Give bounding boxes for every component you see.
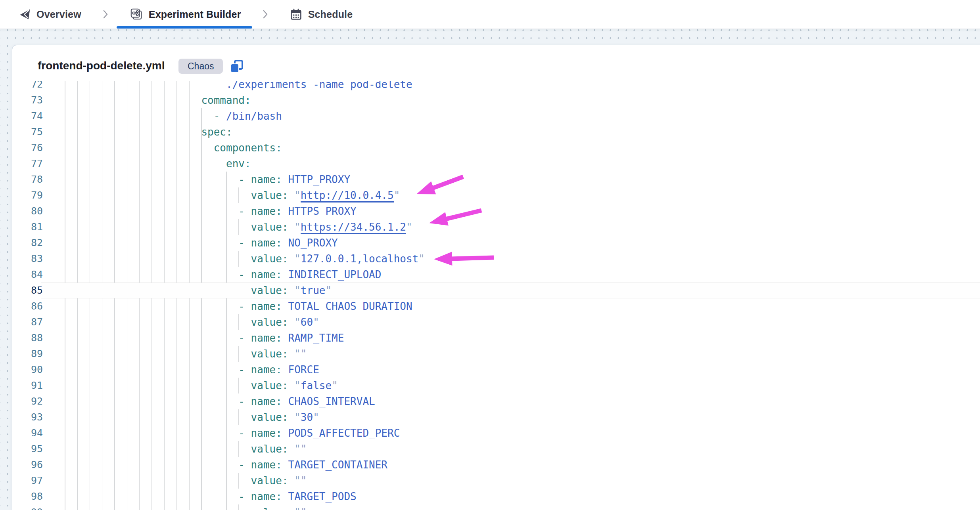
code-token: ": [332, 380, 338, 392]
code-token: :: [276, 491, 288, 502]
code-line[interactable]: 75 spec:: [12, 124, 980, 140]
chevron-right-icon: [263, 10, 268, 19]
code-text: - name: FORCE: [65, 362, 319, 378]
code-line[interactable]: 94 - name: PODS_AFFECTED_PERC: [12, 425, 980, 441]
code-token: value: [251, 506, 282, 510]
code-line[interactable]: 96 - name: TARGET_CONTAINER: [12, 457, 980, 473]
code-line[interactable]: 86 - name: TOTAL_CHAOS_DURATION: [12, 298, 980, 314]
line-number: 97: [12, 473, 43, 489]
code-token: spec: [201, 126, 226, 138]
code-token: ": [301, 443, 307, 455]
code-line[interactable]: 91 value: "false": [12, 378, 980, 393]
line-number: 80: [12, 203, 43, 219]
code-line[interactable]: 72 ./experiments -name pod-delete: [12, 81, 980, 92]
code-token: ": [313, 411, 319, 423]
code-line[interactable]: 88 - name: RAMP_TIME: [12, 330, 980, 346]
code-token: :: [276, 332, 288, 344]
code-text: - name: TOTAL_CHAOS_DURATION: [65, 298, 412, 314]
code-text: - name: INDIRECT_UPLOAD: [65, 267, 381, 283]
code-token: value: [251, 348, 282, 360]
line-number: 85: [12, 283, 43, 298]
experiment-builder-icon: [130, 8, 143, 21]
code-token: -: [238, 300, 251, 312]
url-link[interactable]: http://10.0.4.5: [301, 189, 394, 202]
code-line[interactable]: 87 value: "60": [12, 314, 980, 330]
code-token: :: [276, 237, 288, 249]
code-token: HTTPS_PROXY: [288, 205, 357, 217]
code-line[interactable]: 79 value: "http://10.0.4.5": [12, 187, 980, 203]
line-number: 78: [12, 172, 43, 187]
code-line[interactable]: 81 value: "https://34.56.1.2": [12, 219, 980, 235]
code-token: -: [238, 395, 251, 407]
code-editor[interactable]: 72 ./experiments -name pod-delete73 comm…: [12, 81, 980, 510]
code-token: -: [238, 237, 251, 249]
code-token: ": [301, 348, 307, 360]
code-line[interactable]: 95 value: "": [12, 441, 980, 457]
code-line[interactable]: 73 command:: [12, 92, 980, 108]
url-link[interactable]: https://34.56.1.2: [301, 221, 406, 234]
code-token: ": [294, 380, 301, 392]
line-number: 81: [12, 219, 43, 235]
code-token: value: [251, 221, 282, 233]
code-line[interactable]: 89 value: "": [12, 346, 980, 362]
code-line[interactable]: 97 value: "": [12, 473, 980, 489]
code-token: :: [276, 174, 288, 185]
line-number: 75: [12, 124, 43, 140]
line-number: 82: [12, 235, 43, 251]
line-number: 90: [12, 362, 43, 378]
code-token: name: [251, 174, 276, 185]
code-token: :: [276, 427, 288, 439]
code-text: ./experiments -name pod-delete: [65, 81, 412, 92]
canvas-background: frontend-pod-delete.yml Chaos 72 ./exper…: [0, 29, 980, 510]
code-token: ": [418, 253, 425, 265]
code-line[interactable]: 76 components:: [12, 140, 980, 156]
code-line[interactable]: 92 - name: CHAOS_INTERVAL: [12, 393, 980, 409]
line-number: 89: [12, 346, 43, 362]
line-number: 87: [12, 314, 43, 330]
code-token: value: [251, 475, 282, 487]
code-token: value: [251, 253, 282, 265]
tab-label-overview: Overview: [36, 9, 81, 20]
code-token: name: [251, 427, 276, 439]
line-number: 92: [12, 393, 43, 409]
code-token: :: [276, 142, 282, 154]
code-token: ": [301, 475, 307, 487]
code-line[interactable]: 82 - name: NO_PROXY: [12, 235, 980, 251]
code-token: FORCE: [288, 364, 319, 376]
code-token: -: [238, 332, 251, 344]
code-line[interactable]: 99 value: "": [12, 504, 980, 510]
code-token: -: [238, 364, 251, 376]
code-line[interactable]: 84 - name: INDIRECT_UPLOAD: [12, 267, 980, 283]
code-token: :: [282, 253, 294, 265]
code-token: value: [251, 189, 282, 201]
code-line[interactable]: 85 value: "true": [12, 283, 980, 298]
copy-button[interactable]: [229, 59, 245, 75]
code-text: value: "http://10.0.4.5": [65, 187, 400, 203]
code-line[interactable]: 90 - name: FORCE: [12, 362, 980, 378]
code-text: env:: [65, 156, 251, 172]
code-token: :: [282, 316, 294, 328]
code-token: :: [226, 126, 232, 138]
code-token: name: [251, 269, 276, 281]
schedule-icon: [290, 8, 303, 21]
code-line[interactable]: 93 value: "30": [12, 409, 980, 425]
code-text: - name: HTTPS_PROXY: [65, 203, 357, 219]
line-number: 88: [12, 330, 43, 346]
tab-experiment-builder[interactable]: Experiment Builder: [130, 0, 241, 29]
tab-overview[interactable]: Overview: [19, 0, 81, 29]
code-text: - name: TARGET_PODS: [65, 489, 357, 504]
code-text: value: "true": [65, 283, 332, 298]
line-number: 86: [12, 298, 43, 314]
code-token: name: [251, 332, 276, 344]
tab-schedule[interactable]: Schedule: [290, 0, 353, 29]
code-line[interactable]: 83 value: "127.0.0.1,localhost": [12, 251, 980, 267]
code-text: value: "30": [65, 409, 319, 425]
code-token: :: [282, 443, 294, 455]
code-token: ./experiments -name pod-delete: [226, 81, 412, 90]
code-line[interactable]: 80 - name: HTTPS_PROXY: [12, 203, 980, 219]
code-line[interactable]: 98 - name: TARGET_PODS: [12, 489, 980, 504]
code-line[interactable]: 78 - name: HTTP_PROXY: [12, 172, 980, 187]
code-token: components: [214, 142, 276, 154]
code-line[interactable]: 77 env:: [12, 156, 980, 172]
code-line[interactable]: 74 - /bin/bash: [12, 108, 980, 124]
